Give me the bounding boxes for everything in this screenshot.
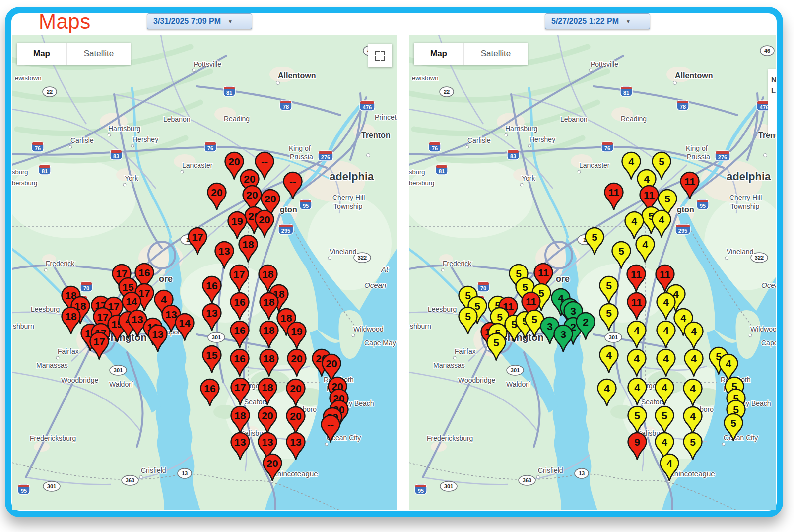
map-pin[interactable]: 16 (229, 292, 250, 322)
svg-text:360: 360 (523, 477, 531, 483)
map-pin[interactable]: 5 (486, 332, 507, 362)
map-panel-right[interactable]: 2246817847676768381276952957032295130130… (409, 35, 776, 510)
svg-text:--: -- (327, 419, 334, 430)
map-place-label: Hershey (132, 135, 158, 143)
svg-text:17: 17 (93, 336, 105, 347)
map-pin[interactable]: 18 (259, 320, 279, 350)
map-pin[interactable]: 5 (584, 227, 605, 257)
svg-text:14: 14 (179, 317, 191, 329)
svg-text:95: 95 (21, 488, 27, 494)
map-pin[interactable]: 18 (238, 234, 259, 264)
map-pin[interactable]: 4 (656, 320, 676, 350)
map-pin[interactable]: 20 (286, 348, 307, 378)
svg-text:301: 301 (444, 483, 453, 489)
svg-text:4: 4 (662, 436, 667, 448)
map-type-map-button[interactable]: Map (17, 43, 67, 65)
svg-text:13: 13 (234, 436, 246, 448)
map-place-label: Carlisle (467, 136, 491, 144)
svg-text:70: 70 (83, 285, 89, 291)
page-title: Maps (39, 10, 91, 34)
map-pin[interactable]: 5 (723, 413, 744, 443)
map-pin[interactable]: 4 (683, 348, 704, 378)
map-pin[interactable]: 5 (654, 405, 675, 435)
map-pin[interactable]: 11 (626, 292, 647, 322)
map-pin[interactable]: 4 (656, 348, 676, 378)
map-type-map-button[interactable]: Map (414, 43, 464, 65)
map-pin[interactable]: -- (320, 414, 341, 444)
us-route-shield: 22 (43, 87, 57, 97)
map-pin[interactable]: 5 (598, 275, 619, 305)
map-pin[interactable]: 4 (682, 378, 703, 408)
map-pin[interactable]: 14 (174, 313, 195, 342)
map-place-label: Ocean (761, 281, 776, 289)
map-pin[interactable]: 5 (458, 306, 478, 336)
map-pin[interactable]: 4 (635, 234, 656, 264)
map-pin[interactable]: 5 (598, 303, 619, 332)
map-pin[interactable]: -- (282, 171, 303, 201)
map-pin[interactable]: 5 (682, 432, 703, 462)
fullscreen-button[interactable] (368, 44, 392, 67)
map-pin[interactable]: 18 (257, 377, 278, 407)
map-pin[interactable]: 13 (285, 432, 306, 462)
map-pin[interactable]: 4 (682, 406, 703, 436)
svg-text:295: 295 (678, 228, 687, 234)
map-pin[interactable]: 15 (201, 345, 222, 375)
map-pin[interactable]: 20 (285, 378, 306, 408)
map-pin[interactable]: 17 (187, 227, 208, 257)
map-pin[interactable]: 2 (575, 312, 596, 341)
map-pin[interactable]: 9 (627, 432, 648, 462)
map-pin[interactable]: 11 (603, 182, 624, 212)
map-pin[interactable]: 17 (230, 377, 251, 407)
map-pin[interactable]: 19 (286, 321, 307, 351)
map-pin[interactable]: 16 (229, 320, 250, 350)
map-place-label: Hershey (529, 135, 555, 143)
svg-text:4: 4 (690, 410, 696, 422)
map-pin[interactable]: 11 (626, 264, 647, 294)
map-pin[interactable]: 5 (627, 405, 648, 435)
map-pin[interactable]: 17 (229, 264, 250, 294)
map-type-satellite-button[interactable]: Satellite (67, 43, 131, 65)
map-pin[interactable]: 13 (230, 432, 251, 462)
svg-text:5: 5 (497, 311, 503, 323)
map-place-label: sburg (12, 168, 28, 176)
svg-text:13: 13 (290, 436, 301, 448)
map-pin[interactable]: 16 (229, 348, 250, 378)
map-type-satellite-button[interactable]: Satellite (464, 43, 528, 65)
map-pin[interactable]: 4 (626, 348, 647, 378)
map-pin[interactable]: 17 (89, 332, 110, 361)
svg-text:5: 5 (659, 156, 664, 167)
map-pin[interactable]: 11 (679, 171, 700, 201)
svg-text:11: 11 (631, 268, 642, 280)
map-pin[interactable]: 13 (147, 324, 168, 354)
map-pin[interactable]: 4 (596, 378, 617, 408)
map-pin[interactable]: 4 (598, 345, 619, 375)
right-date-dropdown[interactable]: 5/27/2025 1:22 PM ▼ (545, 13, 650, 29)
map-pin[interactable]: 20 (285, 406, 306, 436)
interstate-shield: 70 (80, 282, 92, 292)
map-place-label: King of (686, 144, 708, 152)
map-pin[interactable]: 4 (683, 321, 704, 351)
map-type-control: Map Satellite (17, 43, 131, 65)
map-place-label: ewistown (412, 74, 438, 82)
map-pin[interactable]: 4 (659, 453, 680, 483)
left-date-dropdown[interactable]: 3/31/2025 7:09 PM ▼ (147, 13, 252, 29)
svg-text:19: 19 (231, 215, 243, 227)
map-pin[interactable]: 20 (206, 182, 227, 212)
svg-text:11: 11 (684, 176, 696, 187)
map-pin[interactable]: 18 (230, 405, 251, 435)
svg-text:18: 18 (262, 268, 274, 280)
map-panel-left[interactable]: 2246817847676768381276952957032295130130… (12, 35, 397, 510)
map-pin[interactable]: 18 (259, 348, 279, 378)
map-pin[interactable]: 4 (654, 377, 675, 407)
map-pin[interactable]: 4 (626, 320, 647, 350)
map-pin[interactable]: 20 (257, 405, 278, 435)
map-pin[interactable]: 16 (199, 378, 220, 408)
map-pin[interactable]: 20 (262, 453, 283, 483)
map-pin[interactable]: 4 (627, 377, 648, 407)
map-place-label: Carlisle (70, 136, 94, 144)
map-canvas: 2246817847676768381276952957032295130130… (12, 35, 397, 510)
map-pin[interactable]: 3 (553, 324, 574, 354)
map-pin[interactable]: 13 (201, 303, 222, 332)
map-pin[interactable]: 16 (201, 275, 222, 305)
map-pin[interactable]: 18 (61, 306, 81, 336)
